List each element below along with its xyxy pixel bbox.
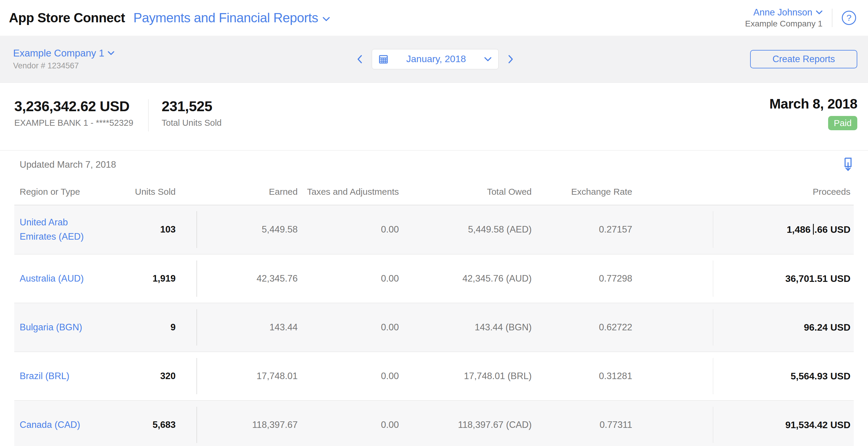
column-divider: [713, 309, 713, 345]
column-header-proceeds: Proceeds: [632, 187, 850, 197]
section-dropdown-label: Payments and Financial Reports: [133, 10, 318, 25]
top-nav: App Store Connect Payments and Financial…: [0, 0, 868, 36]
question-mark-glyph: ?: [846, 13, 851, 23]
total-owed-cell: 42,345.76 (AUD): [399, 273, 532, 284]
exchange-rate-cell: 0.77311: [532, 419, 632, 430]
calendar-icon: [379, 55, 388, 64]
table-row: United Arab Emirates (AED) 103 5,449.58 …: [14, 205, 854, 254]
exchange-rate-cell: 0.77298: [532, 273, 632, 284]
company-dropdown[interactable]: Example Company 1: [13, 47, 114, 59]
exchange-rate-cell: 0.62722: [532, 322, 632, 333]
earned-cell: 143.44: [196, 322, 298, 333]
download-icon: [841, 157, 853, 172]
period-selector[interactable]: January, 2018: [372, 49, 499, 69]
total-owed-cell: 5,449.58 (AED): [399, 224, 532, 235]
taxes-adjustments-cell: 0.00: [298, 419, 399, 430]
units-sold-cell: 9: [103, 322, 176, 333]
column-divider: [713, 211, 713, 248]
period-navigator: January, 2018: [355, 49, 515, 69]
earned-cell: 5,449.58: [196, 224, 298, 235]
report-table-body: United Arab Emirates (AED) 103 5,449.58 …: [14, 205, 854, 446]
exchange-rate-cell: 0.31281: [532, 371, 632, 381]
units-sold-cell: 1,919: [103, 273, 176, 284]
payment-date: March 8, 2018: [770, 96, 857, 112]
context-bar: Example Company 1 Vendor # 1234567: [0, 36, 868, 83]
table-meta-bar: Updated March 7, 2018: [0, 150, 868, 178]
column-divider: [196, 309, 197, 345]
earned-cell: 118,397.67: [196, 419, 298, 430]
payment-status-block: March 8, 2018 Paid: [770, 96, 857, 130]
vendor-block: Example Company 1 Vendor # 1234567: [13, 47, 355, 70]
payment-amount: 3,236,342.62 USD: [14, 98, 133, 114]
section-dropdown[interactable]: Payments and Financial Reports: [133, 10, 330, 25]
table-row: Australia (AUD) 1,919 42,345.76 0.00 42,…: [14, 254, 854, 303]
column-divider: [196, 407, 197, 443]
taxes-adjustments-cell: 0.00: [298, 322, 399, 333]
column-divider: [196, 211, 197, 248]
period-label: January, 2018: [388, 54, 484, 65]
divider: [148, 99, 149, 131]
chevron-right-icon: [508, 55, 514, 64]
exchange-rate-cell: 0.27157: [532, 224, 632, 235]
updated-date: Updated March 7, 2018: [20, 159, 116, 170]
taxes-adjustments-cell: 0.00: [298, 273, 399, 284]
bank-account: EXAMPLE BANK 1 - ****52329: [14, 118, 133, 128]
total-owed-cell: 17,748.01 (BRL): [399, 371, 532, 381]
chevron-down-icon: [484, 57, 492, 62]
units-sold-cell: 5,683: [103, 419, 176, 430]
top-nav-right: Anne Johnson Example Company 1 ?: [745, 7, 856, 29]
total-owed-cell: 143.44 (BGN): [399, 322, 532, 333]
total-owed-cell: 118,397.67 (CAD): [399, 419, 532, 430]
proceeds-cell: 36,701.51 USD: [632, 273, 850, 284]
text-cursor: [813, 224, 814, 235]
column-header-units-sold: Units Sold: [103, 187, 176, 197]
column-divider: [713, 261, 713, 297]
earned-cell: 42,345.76: [196, 273, 298, 284]
column-divider: [196, 261, 197, 297]
units-sold-cell: 320: [103, 371, 176, 381]
summary-bar: 3,236,342.62 USD EXAMPLE BANK 1 - ****52…: [0, 83, 868, 150]
next-month-button[interactable]: [506, 53, 515, 65]
download-report-button[interactable]: [840, 157, 854, 173]
chevron-down-icon: [322, 16, 330, 22]
column-divider: [713, 407, 713, 443]
region-link[interactable]: Brazil (BRL): [20, 369, 103, 383]
region-link[interactable]: United Arab Emirates (AED): [20, 215, 103, 244]
column-header-exchange-rate: Exchange Rate: [532, 187, 632, 197]
proceeds-cell: 1,486.66 USD: [632, 224, 850, 235]
table-row: Bulgaria (BGN) 9 143.44 0.00 143.44 (BGN…: [14, 303, 854, 351]
units-sold-cell: 103: [103, 224, 176, 235]
payments-financial-reports-page: App Store Connect Payments and Financial…: [0, 0, 868, 446]
status-badge: Paid: [828, 116, 857, 130]
user-company: Example Company 1: [745, 19, 823, 29]
taxes-adjustments-cell: 0.00: [298, 224, 399, 235]
proceeds-cell: 5,564.93 USD: [632, 371, 850, 382]
user-name: Anne Johnson: [753, 7, 812, 18]
column-divider: [196, 358, 197, 394]
column-header-region: Region or Type: [20, 187, 103, 197]
column-header-total-owed: Total Owed: [399, 187, 532, 197]
chevron-down-icon: [108, 51, 114, 55]
company-dropdown-label: Example Company 1: [13, 47, 104, 59]
region-link[interactable]: Canada (CAD): [20, 418, 103, 432]
earned-cell: 17,748.01: [196, 371, 298, 381]
user-menu[interactable]: Anne Johnson Example Company 1: [745, 7, 823, 29]
help-icon[interactable]: ?: [842, 11, 856, 25]
region-link[interactable]: Bulgaria (BGN): [20, 320, 103, 335]
previous-month-button[interactable]: [355, 53, 364, 65]
column-header-taxes: Taxes and Adjustments: [298, 187, 399, 197]
create-reports-button[interactable]: Create Reports: [750, 50, 857, 68]
units-sold-block: 231,525 Total Units Sold: [162, 98, 222, 128]
table-row: Brazil (BRL) 320 17,748.01 0.00 17,748.0…: [14, 351, 854, 400]
total-units-sold-value: 231,525: [162, 98, 222, 114]
column-divider: [713, 358, 713, 394]
table-row: Canada (CAD) 5,683 118,397.67 0.00 118,3…: [14, 400, 854, 446]
region-link[interactable]: Australia (AUD): [20, 271, 103, 286]
top-nav-left: App Store Connect Payments and Financial…: [9, 10, 330, 25]
app-title: App Store Connect: [9, 10, 125, 25]
taxes-adjustments-cell: 0.00: [298, 371, 399, 381]
chevron-down-icon: [816, 10, 823, 14]
vendor-number: Vendor # 1234567: [13, 61, 355, 70]
proceeds-cell: 91,534.42 USD: [632, 419, 850, 431]
chevron-left-icon: [357, 55, 362, 64]
